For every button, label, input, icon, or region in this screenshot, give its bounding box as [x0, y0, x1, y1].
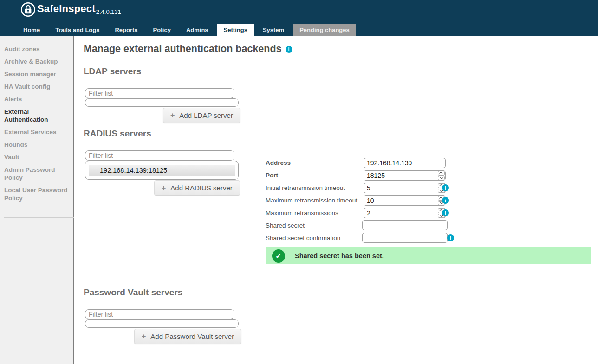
radius-filter-input[interactable]: [85, 150, 234, 161]
tab-system[interactable]: System: [256, 24, 291, 36]
sidebar-item-local-user-password-policy[interactable]: Local User Password Policy: [0, 186, 68, 202]
port-input[interactable]: [364, 170, 446, 181]
address-field-wrap: [364, 158, 446, 168]
maximum-retransmissions-label: Maximum retransmissions: [266, 209, 338, 216]
maximum-retransmissions-wrap: [364, 208, 446, 218]
sidebar-item-vault[interactable]: Vault: [0, 153, 68, 161]
sidebar-item-archive-backup[interactable]: Archive & Backup: [0, 58, 68, 65]
shared-secret-wrap: [362, 220, 448, 230]
shared-secret-confirmation-info-icon[interactable]: i: [447, 234, 454, 241]
shared-secret-confirmation-wrap: [362, 233, 448, 243]
radius-section-heading: RADIUS servers: [84, 129, 151, 139]
sidebar-list: Audit zones Archive & Backup Session man…: [0, 36, 73, 202]
address-input[interactable]: [364, 158, 446, 168]
sidebar-item-audit-zones[interactable]: Audit zones: [0, 45, 68, 53]
ldap-section-heading: LDAP servers: [84, 66, 141, 77]
initial-retransmission-timeout-input[interactable]: [364, 183, 446, 193]
add-password-vault-server-button[interactable]: + Add Password Vault server: [134, 329, 241, 344]
shared-secret-confirmation-input[interactable]: [362, 233, 448, 243]
settings-sidebar: Audit zones Archive & Backup Session man…: [0, 36, 74, 364]
radius-server-list: 192.168.14.139:18125: [85, 161, 239, 180]
tab-pending-changes[interactable]: Pending changes: [293, 24, 356, 36]
header-bar: SafeInspect 2.4.0.131 Home Trails and Lo…: [0, 0, 598, 36]
lock-icon: [20, 2, 36, 17]
chevron-down-icon: [440, 176, 443, 179]
shared-secret-confirmation-label: Shared secret confirmation: [266, 234, 340, 241]
tab-policy[interactable]: Policy: [147, 24, 177, 36]
maximum-retransmission-timeout-label: Maximum retransmission timeout: [266, 197, 358, 204]
sidebar-item-external-services[interactable]: External Services: [0, 128, 68, 136]
tab-trails-and-logs[interactable]: Trails and Logs: [49, 24, 106, 36]
app-window: SafeInspect 2.4.0.131 Home Trails and Lo…: [0, 0, 598, 364]
brand-logo: SafeInspect 2.4.0.131: [20, 1, 121, 17]
plus-icon: +: [142, 333, 146, 340]
check-icon: ✓: [272, 249, 285, 263]
chevron-up-icon: [439, 172, 442, 175]
tab-home[interactable]: Home: [17, 24, 46, 36]
add-password-vault-server-label: Add Password Vault server: [150, 332, 234, 340]
port-field-wrap: [364, 170, 446, 181]
sidebar-item-external-authentication[interactable]: External Authentication: [0, 108, 68, 124]
maximum-retransmissions-info-icon[interactable]: i: [442, 209, 449, 216]
initial-retransmission-timeout-wrap: [364, 183, 446, 193]
page-info-icon[interactable]: i: [286, 46, 292, 53]
page-title: Manage external authentication backendsi: [84, 43, 292, 55]
version-label: 2.4.0.131: [96, 8, 121, 15]
spin-down-button[interactable]: [438, 176, 445, 181]
vault-server-list[interactable]: [85, 319, 239, 328]
initial-retransmission-timeout-info-icon[interactable]: i: [442, 184, 449, 191]
port-label: Port: [266, 172, 278, 179]
initial-retransmission-timeout-label: Initial retransmission timeout: [266, 184, 345, 191]
tab-admins[interactable]: Admins: [180, 24, 215, 36]
sidebar-item-session-manager[interactable]: Session manager: [0, 70, 68, 78]
main-content: Manage external authentication backendsi…: [75, 36, 598, 364]
maximum-retransmission-timeout-input[interactable]: [364, 195, 446, 206]
title-divider: [84, 59, 598, 59]
top-nav: Home Trails and Logs Reports Policy Admi…: [17, 24, 358, 36]
vault-filter-input[interactable]: [85, 309, 234, 319]
maximum-retransmissions-input[interactable]: [364, 208, 446, 218]
address-label: Address: [266, 159, 291, 166]
maximum-retransmission-timeout-info-icon[interactable]: i: [442, 197, 449, 204]
brand-name: SafeInspect: [37, 1, 96, 17]
tab-settings[interactable]: Settings: [217, 24, 254, 36]
plus-icon: +: [170, 112, 175, 119]
page-title-text: Manage external authentication backends: [84, 43, 282, 54]
shared-secret-label: Shared secret: [266, 222, 305, 229]
sidebar-item-ha-vault-config[interactable]: HA Vault config: [0, 83, 68, 91]
success-message-text: Shared secret has been set.: [295, 252, 384, 260]
add-ldap-server-button[interactable]: + Add LDAP server: [163, 108, 240, 123]
shared-secret-input[interactable]: [362, 220, 448, 230]
sidebar-divider: [4, 217, 74, 218]
tab-reports[interactable]: Reports: [108, 24, 144, 36]
add-ldap-server-label: Add LDAP server: [179, 111, 233, 119]
maximum-retransmission-timeout-wrap: [364, 195, 446, 206]
port-spinner: [438, 171, 445, 180]
ldap-filter-input[interactable]: [85, 88, 234, 98]
spin-up-button[interactable]: [438, 171, 445, 176]
sidebar-item-hounds[interactable]: Hounds: [0, 141, 68, 149]
ldap-server-list[interactable]: [85, 98, 239, 107]
add-radius-server-label: Add RADIUS server: [170, 184, 232, 192]
success-message: ✓ Shared secret has been set.: [266, 247, 591, 264]
plus-icon: +: [162, 184, 166, 192]
sidebar-item-alerts[interactable]: Alerts: [0, 95, 68, 103]
sidebar-item-admin-password-policy[interactable]: Admin Password Policy: [0, 166, 68, 182]
add-radius-server-button[interactable]: + Add RADIUS server: [154, 180, 240, 195]
radius-server-list-item[interactable]: 192.168.14.139:18125: [89, 165, 235, 176]
vault-section-heading: Password Vault servers: [84, 287, 182, 298]
